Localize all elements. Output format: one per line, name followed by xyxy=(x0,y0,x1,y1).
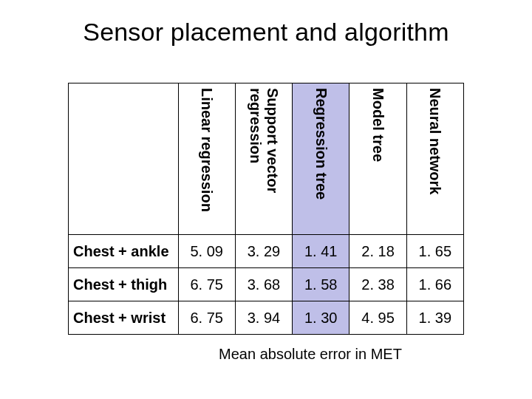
table-cell: 3. 29 xyxy=(235,235,292,268)
table-row: Chest + ankle 5. 09 3. 29 1. 41 2. 18 1.… xyxy=(69,235,464,268)
results-table: Linear regression Support vector regress… xyxy=(68,83,464,335)
col-header-label: Model tree xyxy=(369,83,386,230)
col-header-model-tree: Model tree xyxy=(349,83,406,235)
table-cell: 2. 38 xyxy=(349,268,406,301)
col-header-label: Linear regression xyxy=(198,83,215,230)
table-cell: 1. 41 xyxy=(293,235,349,268)
table-cell: 1. 66 xyxy=(406,268,463,301)
col-header-svr: Support vector regression xyxy=(235,83,292,235)
table-cell: 3. 68 xyxy=(235,268,292,301)
table-header-row: Linear regression Support vector regress… xyxy=(69,83,464,235)
table-cell: 1. 58 xyxy=(293,268,349,301)
table-cell: 6. 75 xyxy=(178,301,235,335)
table-cell: 4. 95 xyxy=(349,301,406,335)
col-header-label: Regression tree xyxy=(313,83,330,230)
table-cell: 6. 75 xyxy=(178,268,235,301)
table-cell: 2. 18 xyxy=(349,235,406,268)
table-cell: 5. 09 xyxy=(178,235,235,268)
col-header-label: Support vector regression xyxy=(247,83,281,230)
results-table-wrap: Linear regression Support vector regress… xyxy=(68,83,464,335)
table-cell: 1. 30 xyxy=(293,301,349,335)
table-cell: 1. 65 xyxy=(406,235,463,268)
table-cell: 3. 94 xyxy=(235,301,292,335)
page-title: Sensor placement and algorithm xyxy=(0,18,532,47)
row-label: Chest + wrist xyxy=(69,301,179,335)
slide: Sensor placement and algorithm Linear re… xyxy=(0,0,532,399)
table-cell: 1. 39 xyxy=(406,301,463,335)
col-header-linear-regression: Linear regression xyxy=(178,83,235,235)
col-header-regression-tree: Regression tree xyxy=(293,83,349,235)
table-corner-cell xyxy=(69,83,179,235)
row-label: Chest + ankle xyxy=(69,235,179,268)
table-caption: Mean absolute error in MET xyxy=(0,346,532,363)
table-row: Chest + wrist 6. 75 3. 94 1. 30 4. 95 1.… xyxy=(69,301,464,335)
row-label: Chest + thigh xyxy=(69,268,179,301)
table-row: Chest + thigh 6. 75 3. 68 1. 58 2. 38 1.… xyxy=(69,268,464,301)
col-header-neural-network: Neural network xyxy=(406,83,463,235)
col-header-label: Neural network xyxy=(426,83,443,230)
